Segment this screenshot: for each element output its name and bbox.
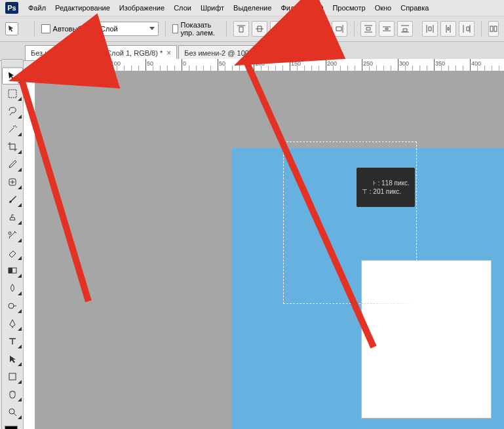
history-brush-tool[interactable]: [2, 227, 23, 244]
distribute-top-icon[interactable]: [360, 21, 376, 37]
transform-info-tooltip: ⊦ : 118 пикс. ⊤ : 201 пикс.: [357, 168, 415, 207]
blur-tool[interactable]: [2, 280, 23, 297]
brush-tool[interactable]: [2, 191, 23, 208]
svg-point-9: [9, 409, 14, 414]
align-right-icon[interactable]: [332, 21, 347, 37]
options-bar: Автовыбор: Слой Показать упр. элем.: [0, 16, 504, 42]
autoselect-label: Автовыбор:: [53, 25, 92, 33]
close-icon[interactable]: ×: [292, 48, 297, 58]
menu-bar: Ps Файл Редактирование Изображение Слои …: [0, 0, 504, 16]
align-buttons: [233, 21, 347, 37]
lasso-tool[interactable]: [2, 103, 23, 120]
autoalign-icon[interactable]: [488, 21, 499, 37]
distribute-hcenter-icon[interactable]: [440, 21, 456, 37]
crop-tool[interactable]: [2, 138, 23, 155]
type-tool[interactable]: [2, 333, 23, 350]
svg-rect-6: [9, 268, 12, 273]
menu-image[interactable]: Изображение: [115, 0, 169, 16]
distribute-right-icon[interactable]: [459, 21, 475, 37]
menu-help[interactable]: Справка: [396, 0, 433, 16]
autoselect-toggle[interactable]: Автовыбор:: [41, 24, 92, 33]
align-top-icon[interactable]: [233, 21, 249, 37]
close-icon[interactable]: ×: [166, 48, 171, 58]
dodge-tool[interactable]: [2, 297, 23, 314]
distribute-left-icon[interactable]: [422, 21, 438, 37]
show-controls-label: Показать упр. элем.: [181, 21, 220, 37]
document-tab-2[interactable]: Без имени-2 @ 100% (RGB/8) * ×: [178, 45, 303, 60]
marquee-tool[interactable]: [2, 85, 23, 102]
magic-wand-tool[interactable]: [2, 121, 23, 138]
svg-rect-0: [490, 26, 493, 31]
svg-rect-1: [494, 26, 497, 31]
document-tab-strip: Без имени-1 @ 100% (Слой 1, RGB/8) * × Б…: [0, 42, 504, 61]
autoselect-target-select[interactable]: Слой: [96, 22, 159, 36]
move-tool[interactable]: [2, 67, 23, 84]
canvas-area[interactable]: ⊦ : 118 пикс. ⊤ : 201 пикс.: [35, 71, 504, 429]
eyedropper-tool[interactable]: [2, 156, 23, 173]
distribute-vcenter-icon[interactable]: [379, 21, 395, 37]
svg-point-4: [9, 232, 11, 234]
eraser-tool[interactable]: [2, 244, 23, 261]
distribute-bottom-icon[interactable]: [397, 21, 413, 37]
gradient-tool[interactable]: [2, 262, 23, 279]
menu-edit[interactable]: Редактирование: [50, 0, 115, 16]
distribute-buttons: [360, 21, 475, 37]
menu-select[interactable]: Выделение: [229, 0, 276, 16]
selection-marquee: [283, 141, 417, 304]
hand-tool[interactable]: [2, 386, 23, 403]
clone-stamp-tool[interactable]: [2, 209, 23, 226]
move-tool-icon[interactable]: [5, 22, 18, 35]
align-hcenter-icon[interactable]: [313, 21, 329, 37]
svg-rect-8: [9, 373, 16, 380]
path-select-tool[interactable]: [2, 350, 23, 367]
document-tab-1[interactable]: Без имени-1 @ 100% (Слой 1, RGB/8) * ×: [25, 45, 177, 60]
menu-window[interactable]: Окно: [370, 0, 397, 16]
menu-layers[interactable]: Слои: [169, 0, 196, 16]
align-left-icon[interactable]: [295, 21, 311, 37]
zoom-tool[interactable]: [2, 403, 23, 420]
menu-filter[interactable]: Фильтр: [276, 0, 309, 16]
svg-point-7: [9, 303, 14, 308]
menu-file[interactable]: Файл: [24, 0, 50, 16]
vertical-ruler[interactable]: [24, 71, 35, 429]
menu-view[interactable]: Просмотр: [328, 0, 370, 16]
show-controls-toggle[interactable]: Показать упр. элем.: [172, 21, 220, 37]
toolbox-grip[interactable]: [2, 60, 23, 67]
horizontal-ruler[interactable]: 20015010050050100150200250300350400: [35, 59, 504, 71]
menu-3d[interactable]: 3D: [309, 0, 328, 16]
menu-type[interactable]: Шрифт: [196, 0, 229, 16]
shape-tool[interactable]: [2, 368, 23, 385]
app-logo: Ps: [5, 2, 18, 14]
toolbox: [1, 59, 24, 429]
svg-rect-2: [9, 90, 16, 98]
pen-tool[interactable]: [2, 315, 23, 332]
align-bottom-icon[interactable]: [270, 21, 286, 37]
foreground-color-swatch[interactable]: [5, 426, 18, 429]
align-vcenter-icon[interactable]: [252, 21, 267, 37]
color-swatches[interactable]: [2, 424, 23, 429]
healing-tool[interactable]: [2, 174, 23, 191]
